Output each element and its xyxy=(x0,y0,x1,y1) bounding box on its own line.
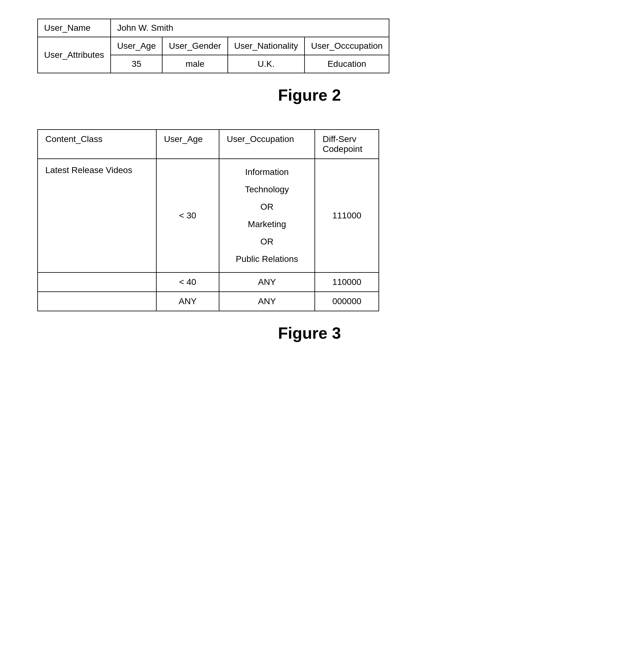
user-occupation-col-header: User_Occupation xyxy=(219,130,315,159)
figure2-table: User_Name John W. Smith User_Attributes … xyxy=(37,19,389,73)
figure2-section: User_Name John W. Smith User_Attributes … xyxy=(37,19,582,104)
codepoint-value-1: 111000 xyxy=(315,159,379,273)
user-nationality-value: U.K. xyxy=(228,55,304,73)
table-row: < 40 ANY 110000 xyxy=(38,273,379,292)
table-row: ANY ANY 000000 xyxy=(38,292,379,311)
age-value-3: ANY xyxy=(156,292,219,311)
table-row: User_Attributes User_Age User_Gender Use… xyxy=(38,37,389,55)
table-header-row: Content_Class User_Age User_Occupation D… xyxy=(38,130,379,159)
content-class-value: Latest Release Videos xyxy=(38,159,156,273)
age-value-2: < 40 xyxy=(156,273,219,292)
occupation-value-1: InformationTechnologyORMarketingORPublic… xyxy=(219,159,315,273)
user-gender-value: male xyxy=(162,55,227,73)
diff-serv-header: Diff-Serv Codepoint xyxy=(315,130,379,159)
table-row: Latest Release Videos < 30 InformationTe… xyxy=(38,159,379,273)
table-row: User_Name John W. Smith xyxy=(38,19,389,37)
user-nationality-header: User_Nationality xyxy=(228,37,304,55)
user-occupation-value: Education xyxy=(304,55,389,73)
occupation-value-3: ANY xyxy=(219,292,315,311)
user-age-value: 35 xyxy=(111,55,162,73)
content-class-empty-2 xyxy=(38,273,156,292)
occupation-value-2: ANY xyxy=(219,273,315,292)
codepoint-value-3: 000000 xyxy=(315,292,379,311)
user-name-value: John W. Smith xyxy=(111,19,389,37)
figure2-caption: Figure 2 xyxy=(37,86,582,104)
figure3-table: Content_Class User_Age User_Occupation D… xyxy=(37,129,379,311)
user-attributes-label: User_Attributes xyxy=(38,37,111,73)
figure3-section: Content_Class User_Age User_Occupation D… xyxy=(37,129,582,343)
content-class-header: Content_Class xyxy=(38,130,156,159)
user-name-label: User_Name xyxy=(38,19,111,37)
content-class-empty-3 xyxy=(38,292,156,311)
user-gender-header: User_Gender xyxy=(162,37,227,55)
user-occupation-header: User_Occcupation xyxy=(304,37,389,55)
age-value-1: < 30 xyxy=(156,159,219,273)
codepoint-value-2: 110000 xyxy=(315,273,379,292)
figure3-caption: Figure 3 xyxy=(37,324,582,343)
user-age-col-header: User_Age xyxy=(156,130,219,159)
user-age-header: User_Age xyxy=(111,37,162,55)
